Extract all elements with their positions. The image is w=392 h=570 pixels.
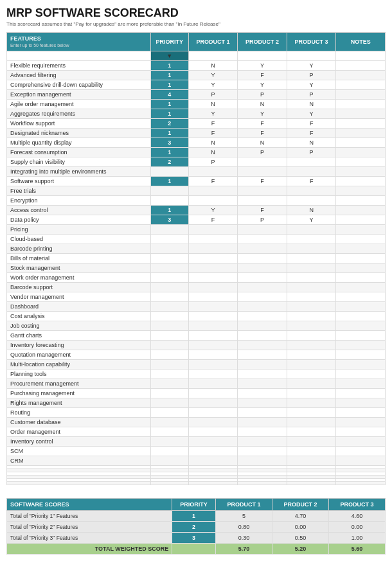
feature-name-cell: Integrating into multiple environments bbox=[7, 167, 151, 177]
priority-cell: 3 bbox=[150, 215, 188, 225]
table-row: Multiple quantity display3NNN bbox=[7, 138, 386, 148]
scores-p2: 0.00 bbox=[272, 522, 328, 533]
product2-cell bbox=[238, 321, 287, 331]
main-scorecard-table: FEATURES Enter up to 50 features below P… bbox=[6, 32, 386, 485]
scores-product3-header: PRODUCT 3 bbox=[328, 499, 385, 511]
priority-cell bbox=[150, 254, 188, 263]
feature-name-cell: Procurement management bbox=[7, 379, 151, 389]
notes-cell bbox=[336, 215, 386, 225]
product3-cell bbox=[287, 341, 336, 350]
product1-cell bbox=[188, 283, 238, 292]
table-row: Flexible requirements1NYY bbox=[7, 61, 386, 71]
product3-cell bbox=[287, 447, 336, 456]
notes-cell bbox=[336, 61, 386, 71]
priority-cell bbox=[150, 196, 188, 206]
scores-row: Total of "Priority 2" Features20.800.000… bbox=[7, 522, 386, 533]
product2-cell bbox=[238, 225, 287, 235]
product2-cell: Y bbox=[238, 61, 287, 71]
scores-p1: 5 bbox=[215, 511, 272, 522]
scores-row: Total of "Priority 3" Features30.300.501… bbox=[7, 533, 386, 544]
priority-cell bbox=[150, 225, 188, 235]
scores-features-header: SOFTWARE SCORES bbox=[7, 499, 172, 511]
feature-name-cell: Bills of material bbox=[7, 254, 151, 263]
scores-product2-header: PRODUCT 2 bbox=[272, 499, 328, 511]
notes-cell bbox=[336, 90, 386, 100]
table-row: Procurement management bbox=[7, 379, 386, 389]
product2-cell bbox=[238, 341, 287, 350]
product3-cell: F bbox=[287, 177, 336, 186]
product1-cell: F bbox=[188, 177, 238, 186]
scores-label: Total of "Priority 1" Features bbox=[7, 511, 172, 522]
notes-header: NOTES bbox=[336, 33, 386, 51]
priority-cell bbox=[150, 456, 188, 466]
product3-cell bbox=[287, 167, 336, 177]
notes-cell bbox=[336, 254, 386, 263]
product1-cell bbox=[188, 312, 238, 321]
product1-cell bbox=[188, 360, 238, 370]
product2-cell: F bbox=[238, 71, 287, 80]
product1-cell bbox=[188, 263, 238, 273]
notes-cell bbox=[336, 225, 386, 235]
feature-name-cell: Routing bbox=[7, 408, 151, 418]
product3-cell bbox=[287, 321, 336, 331]
table-row: Aggregates requirements1YYY bbox=[7, 109, 386, 119]
product2-cell bbox=[238, 263, 287, 273]
notes-cell bbox=[336, 186, 386, 196]
table-row: Data policy3FPY bbox=[7, 215, 386, 225]
product1-cell: P bbox=[188, 90, 238, 100]
product2-cell bbox=[238, 379, 287, 389]
priority-cell bbox=[150, 370, 188, 379]
feature-name-cell: Advanced filtering bbox=[7, 71, 151, 80]
feature-name-cell: Order management bbox=[7, 427, 151, 437]
table-row: Job costing bbox=[7, 321, 386, 331]
product3-cell bbox=[287, 389, 336, 398]
product3-cell: Y bbox=[287, 80, 336, 90]
scores-row: Total of "Priority 1" Features154.704.60 bbox=[7, 511, 386, 522]
product1-cell: F bbox=[188, 215, 238, 225]
product3-cell bbox=[287, 302, 336, 312]
product2-cell bbox=[238, 427, 287, 437]
table-row: Agile order management1NNN bbox=[7, 100, 386, 109]
notes-cell bbox=[336, 109, 386, 119]
product1-cell: F bbox=[188, 129, 238, 138]
product1-cell bbox=[188, 482, 238, 485]
product3-cell bbox=[287, 312, 336, 321]
total-p3: 5.60 bbox=[328, 544, 385, 555]
feature-name-cell: Supply chain visibility bbox=[7, 157, 151, 167]
feature-name-cell: Comprehensive drill-down capability bbox=[7, 80, 151, 90]
table-row: Dashboard bbox=[7, 302, 386, 312]
scores-priority: 3 bbox=[172, 533, 216, 544]
notes-cell bbox=[336, 447, 386, 456]
scores-priority: 2 bbox=[172, 522, 216, 533]
table-row: Vendor management bbox=[7, 292, 386, 302]
product2-cell bbox=[238, 283, 287, 292]
feature-name-cell: Flexible requirements bbox=[7, 61, 151, 71]
notes-cell bbox=[336, 71, 386, 80]
page-title: MRP SOFTWARE SCORECARD bbox=[6, 6, 386, 20]
priority-cell: 1 bbox=[150, 177, 188, 186]
scores-p2: 0.50 bbox=[272, 533, 328, 544]
feature-name-cell: Software support bbox=[7, 177, 151, 186]
priority-cell: 2 bbox=[150, 157, 188, 167]
priority-cell bbox=[150, 389, 188, 398]
scores-p3: 1.00 bbox=[328, 533, 385, 544]
table-row: Gantt charts bbox=[7, 331, 386, 341]
feature-name-cell: Purchasing management bbox=[7, 389, 151, 398]
feature-name-cell: Planning tools bbox=[7, 370, 151, 379]
notes-cell bbox=[336, 273, 386, 283]
feature-name-cell: Data policy bbox=[7, 215, 151, 225]
product1-cell bbox=[188, 341, 238, 350]
product1-cell bbox=[188, 331, 238, 341]
priority-cell bbox=[150, 379, 188, 389]
priority-cell: 1 bbox=[150, 80, 188, 90]
notes-cell bbox=[336, 292, 386, 302]
priority-cell bbox=[150, 447, 188, 456]
total-label: TOTAL WEIGHTED SCORE bbox=[7, 544, 172, 555]
product3-cell: F bbox=[287, 119, 336, 129]
product2-header: PRODUCT 2 bbox=[238, 33, 287, 51]
notes-cell bbox=[336, 129, 386, 138]
priority-cell bbox=[150, 331, 188, 341]
notes-cell bbox=[336, 100, 386, 109]
priority-cell: 3 bbox=[150, 138, 188, 148]
product2-cell: P bbox=[238, 148, 287, 157]
